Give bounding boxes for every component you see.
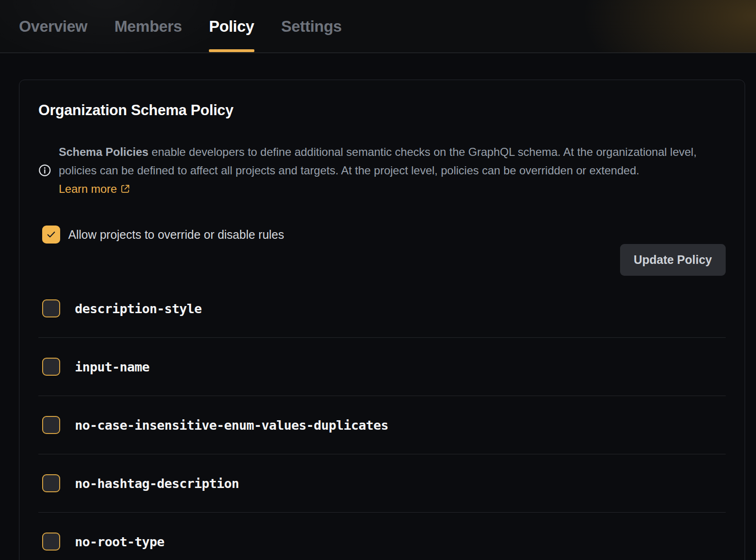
description-lead: Schema Policies	[59, 145, 148, 158]
learn-more-label: Learn more	[59, 182, 117, 195]
rule-checkbox-no-root-type[interactable]	[42, 533, 60, 551]
rule-row-no-case-insensitive-enum-values-duplicates: no-case-insensitive-enum-values-duplicat…	[38, 396, 726, 454]
active-tab-indicator	[209, 49, 254, 52]
page-body: Organization Schema Policy Schema Polici…	[0, 53, 756, 560]
tab-members[interactable]: Members	[114, 0, 182, 53]
external-link-icon	[120, 184, 130, 194]
rules-list: description-style input-name no-case-ins…	[38, 280, 726, 560]
tab-members-label: Members	[114, 18, 182, 36]
tab-bar: Overview Members Policy Settings	[0, 0, 756, 53]
description-body: enable developers to define additional s…	[59, 145, 697, 177]
tab-settings-label: Settings	[281, 18, 342, 36]
allow-override-row: Allow projects to override or disable ru…	[42, 226, 726, 244]
update-policy-button[interactable]: Update Policy	[620, 244, 726, 276]
rule-checkbox-no-case-insensitive-enum-values-duplicates[interactable]	[42, 416, 60, 434]
rule-name: no-case-insensitive-enum-values-duplicat…	[75, 418, 388, 433]
tab-overview-label: Overview	[19, 18, 87, 36]
rule-checkbox-no-hashtag-description[interactable]	[42, 474, 60, 492]
page-title: Organization Schema Policy	[38, 102, 726, 119]
tab-policy[interactable]: Policy	[209, 0, 254, 53]
allow-override-label: Allow projects to override or disable ru…	[68, 228, 284, 242]
rule-checkbox-description-style[interactable]	[42, 299, 60, 317]
rule-row-input-name: input-name	[38, 338, 726, 396]
rule-row-description-style: description-style	[38, 280, 726, 338]
rule-name: description-style	[75, 301, 202, 316]
rule-name: input-name	[75, 360, 150, 374]
policy-description-text: Schema Policies enable developers to def…	[59, 143, 709, 198]
policy-description: Schema Policies enable developers to def…	[38, 131, 726, 209]
info-icon	[38, 164, 51, 177]
allow-override-checkbox[interactable]	[42, 226, 60, 244]
rule-row-no-hashtag-description: no-hashtag-description	[38, 454, 726, 513]
actions-row: Update Policy	[38, 244, 726, 276]
tab-settings[interactable]: Settings	[281, 0, 342, 53]
learn-more-link[interactable]: Learn more	[59, 182, 130, 195]
rule-name: no-root-type	[75, 534, 164, 549]
rule-checkbox-input-name[interactable]	[42, 358, 60, 376]
rule-name: no-hashtag-description	[75, 476, 239, 491]
check-icon	[45, 229, 57, 240]
tab-policy-label: Policy	[209, 18, 254, 36]
tab-overview[interactable]: Overview	[19, 0, 87, 53]
policy-card: Organization Schema Policy Schema Polici…	[19, 80, 745, 560]
rule-row-no-root-type: no-root-type	[38, 513, 726, 560]
